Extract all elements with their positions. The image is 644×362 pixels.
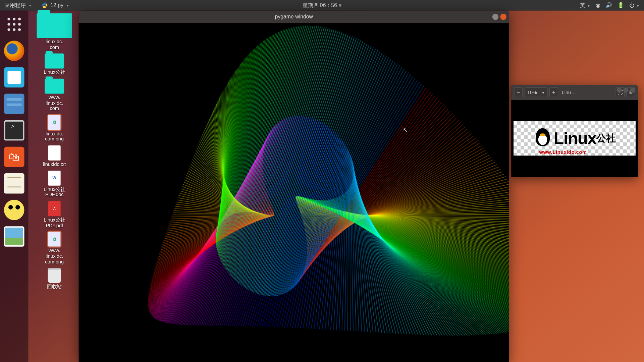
desktop-icon[interactable]: linuxidc.txt [31, 145, 78, 167]
files-icon[interactable] [4, 94, 24, 114]
logo-url: www.Linuxido.com [539, 149, 587, 155]
text-editor-icon[interactable] [4, 173, 24, 194]
tux-icon [533, 127, 552, 149]
top-panel: 应用程序 ▼ 12.py ▼ 星期四 06：56 英 ▼ ◉ 🔊 🔋 ⏻ ▼ [0, 0, 644, 11]
ime-indicator[interactable]: 英 ▼ [580, 2, 590, 9]
desktop-icon-label: linuxidc.txt [41, 161, 67, 167]
desktop-icon[interactable]: ALinux公社PDF.pdf [31, 201, 78, 228]
chevron-down-icon: ▼ [28, 3, 32, 7]
power-icon[interactable]: ⏻ ▼ [629, 2, 640, 8]
active-app-name[interactable]: 12.py [50, 2, 63, 8]
desktop-icon[interactable]: Linux公社 [31, 54, 78, 75]
desktop-icon-label: Linux公社PDF.doc [42, 186, 67, 197]
desktop-icon-label: www.linuxidc.com.png [43, 248, 65, 264]
volume-icon[interactable]: 🔊 [605, 2, 612, 8]
thumb-sel-icon: 🖼 [48, 115, 61, 130]
pygame-window[interactable]: pygame window [79, 11, 509, 362]
desktop-wallpaper: >_ 🛍 linuxidc.comLinux公社www.linuxidc.com… [0, 11, 644, 362]
viewer-close-button[interactable] [630, 87, 635, 93]
desktop-icon-label: linuxidc.com [44, 39, 65, 50]
logo-text: Linux [554, 129, 596, 148]
game-icon[interactable] [4, 200, 24, 220]
image-viewer-content: Linux 公社 www.Linuxido.com [511, 100, 638, 177]
battery-icon[interactable]: 🔋 [618, 2, 624, 8]
folder-icon [45, 54, 64, 69]
firefox-icon[interactable] [4, 41, 24, 61]
desktop-icon[interactable]: 🖼www.linuxidc.com.png [31, 232, 78, 264]
python-icon [42, 2, 48, 8]
desktop-icon[interactable]: linuxidc.com [31, 13, 78, 50]
desktop-icon[interactable]: www.linuxidc.com [31, 79, 78, 111]
pygame-canvas [79, 23, 509, 362]
folder-big-icon [37, 13, 72, 38]
image-viewer-icon[interactable] [4, 226, 24, 247]
desktop-icon-label: Linux公社PDF.pdf [42, 217, 67, 228]
thumb-doc-icon: W [48, 171, 61, 186]
desktop-icon-label: www.linuxidc.com [44, 95, 65, 111]
software-center-icon[interactable]: 🛍 [4, 147, 24, 167]
desktop-icon[interactable]: WLinux公社PDF.doc [31, 171, 78, 198]
thumb-icon [48, 145, 61, 161]
applications-menu[interactable]: 应用程序 [4, 2, 25, 9]
desktop-icon[interactable]: 🖼linuxidc.com.png [31, 115, 78, 142]
image-viewer-toolbar: − 10%▼ + Linu… ⛶ ≡ [511, 85, 638, 100]
desktop-icon[interactable]: 回收站 [31, 268, 78, 289]
zoom-out-button[interactable]: − [514, 87, 523, 97]
terminal-icon[interactable]: >_ [4, 120, 24, 141]
show-applications-button[interactable] [4, 14, 24, 35]
logo-cjk: 公社 [596, 132, 616, 145]
notification-dot-icon [339, 4, 341, 7]
chevron-down-icon: ▼ [66, 3, 69, 7]
screenshot-icon[interactable] [4, 67, 24, 87]
wifi-icon[interactable]: ◉ [596, 2, 600, 8]
desktop-icon-label: linuxidc.com.png [43, 131, 65, 142]
trash-icon [48, 268, 61, 283]
pygame-title: pygame window [275, 14, 313, 20]
thumb-sel-icon: 🖼 [48, 232, 61, 247]
zoom-select[interactable]: 10%▼ [525, 87, 548, 97]
desktop-icons: linuxidc.comLinux公社www.linuxidc.com🖼linu… [31, 13, 78, 290]
launcher-dock: >_ 🛍 [0, 11, 28, 362]
clock[interactable]: 星期四 06：56 [303, 2, 337, 9]
folder-icon [45, 79, 64, 94]
minimize-button[interactable] [492, 14, 498, 20]
thumb-pdf-icon: A [48, 201, 61, 216]
viewer-minimize-button[interactable] [616, 87, 622, 93]
close-button[interactable] [500, 14, 506, 20]
desktop-icon-label: Linux公社 [42, 69, 67, 75]
viewer-maximize-button[interactable] [623, 87, 629, 93]
pygame-titlebar[interactable]: pygame window [79, 11, 509, 23]
zoom-in-button[interactable]: + [549, 87, 558, 97]
image-viewer-title: Linu… [562, 90, 612, 95]
image-viewer-window[interactable]: − 10%▼ + Linu… ⛶ ≡ Linux 公社 www.Linuxido… [511, 85, 638, 177]
desktop-icon-label: 回收站 [45, 284, 63, 290]
